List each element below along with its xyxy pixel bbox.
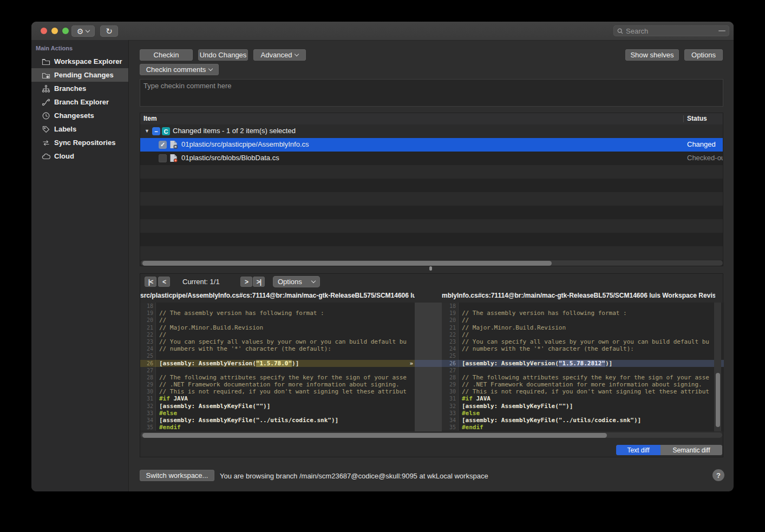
code-line: 25 (442, 352, 724, 359)
semantic-diff-button[interactable]: Semantic diff (661, 445, 722, 455)
code-text: // .NET Framework documentation for more… (459, 381, 724, 388)
code-line: 24// numbers with the '*' character (the… (140, 345, 415, 352)
code-text: // The assembly version has following fo… (156, 310, 415, 317)
line-number: 33 (442, 410, 459, 417)
table-horizontal-scrollbar[interactable] (141, 260, 723, 266)
line-number: 32 (442, 403, 459, 410)
sidebar-item-branches[interactable]: Branches (31, 82, 128, 95)
minimize-window-button[interactable] (51, 28, 58, 34)
diff-panel: |< < Current: 1/1 > >| Options src/plast… (140, 273, 723, 457)
changes-group-row[interactable]: ▼−CChanged items - 1 of 2 item(s) select… (140, 124, 723, 138)
item-column-header[interactable]: Item (143, 115, 157, 122)
disclosure-triangle-icon[interactable]: ▼ (145, 128, 149, 134)
scrollbar-thumb[interactable] (142, 261, 552, 266)
checkin-button[interactable]: Checkin (140, 49, 193, 61)
diff-horizontal-scrollbar[interactable] (141, 432, 722, 438)
file-row[interactable]: ✓01plastic/src/plasticpipe/AssemblyInfo.… (140, 138, 723, 152)
column-separator[interactable] (683, 115, 684, 122)
code-text: [assembly: AssemblyKeyFile("../utils/cod… (156, 417, 415, 424)
text-diff-button[interactable]: Text diff (616, 445, 661, 455)
changesets-icon (41, 111, 50, 120)
file-checkbox[interactable] (159, 154, 167, 162)
refresh-button[interactable]: ↻ (100, 25, 118, 37)
line-number: 26 (442, 360, 459, 367)
diff-first-button[interactable]: |< (145, 277, 156, 287)
sidebar-item-workspace-explorer[interactable]: Workspace Explorer (31, 55, 128, 68)
show-shelves-button[interactable]: Show shelves (625, 49, 679, 61)
diff-options-label: Options (278, 278, 302, 286)
status-column-header[interactable]: Status (687, 115, 707, 122)
code-line: 19// The assembly version has following … (442, 310, 724, 317)
code-line: 27 (442, 367, 724, 374)
line-number: 21 (140, 324, 156, 331)
sidebar-items: Workspace ExplorerPending ChangesBranche… (31, 55, 128, 163)
settings-menu-button[interactable]: ⚙ (71, 25, 95, 37)
options-button[interactable]: Options (684, 49, 723, 61)
splitter-handle[interactable] (429, 266, 432, 271)
code-line: 35#endif (140, 424, 415, 431)
zoom-window-button[interactable] (62, 28, 69, 34)
switch-workspace-button[interactable]: Switch workspace... (140, 470, 214, 481)
diff-prev-button[interactable]: < (158, 277, 170, 287)
code-line: 31#if JAVA (442, 395, 724, 402)
line-number: 18 (140, 303, 156, 310)
code-text: #if JAVA (459, 395, 724, 402)
advanced-dropdown[interactable]: Advanced (253, 49, 306, 61)
diff-last-button[interactable]: >| (253, 277, 265, 287)
sidebar-item-sync-repositories[interactable]: Sync Repositories (31, 136, 128, 149)
file-status: Changed (687, 140, 723, 148)
sidebar-item-labels[interactable]: Labels (31, 122, 128, 136)
undo-changes-button[interactable]: Undo Changes (198, 49, 248, 61)
code-line: 29// .NET Framework documentation for mo… (140, 381, 415, 388)
search-input[interactable]: Search (613, 25, 729, 36)
code-text (156, 352, 415, 359)
change-marker-icon: » (409, 360, 413, 367)
code-text: // numbers with the '*' character (the d… (156, 345, 415, 352)
chevron-down-icon (311, 279, 316, 283)
code-text: // The following attributes specify the … (459, 374, 724, 381)
sidebar-item-cloud[interactable]: Cloud (31, 149, 128, 163)
app-window: ⚙ ↻ Search Main Actions Workspace Explor… (31, 22, 734, 491)
code-line: 31#if JAVA (140, 395, 415, 402)
code-line: 26[assembly: AssemblyVersion("1.5.78.281… (442, 360, 724, 367)
file-icon (169, 154, 178, 162)
sidebar-item-branch-explorer[interactable]: Branch Explorer (31, 95, 128, 109)
diff-next-button[interactable]: > (240, 277, 252, 287)
sidebar-item-label: Sync Repositories (54, 139, 115, 147)
diff-change-band (415, 360, 442, 367)
close-window-button[interactable] (41, 28, 47, 34)
line-number: 31 (140, 395, 156, 402)
code-line: 20// (442, 317, 724, 324)
help-button[interactable]: ? (712, 469, 724, 481)
line-number: 22 (442, 331, 459, 338)
scrollbar-thumb[interactable] (142, 433, 607, 438)
scrollbar-thumb[interactable] (716, 373, 720, 427)
line-number: 20 (140, 317, 156, 324)
code-line: 22// (442, 331, 724, 338)
comment-placeholder: Type checkin comment here (143, 82, 232, 90)
code-text: // The assembly version has following fo… (459, 310, 724, 317)
code-line: 20// (140, 317, 415, 324)
search-placeholder: Search (626, 27, 648, 35)
code-text: [assembly: AssemblyKeyFile("")] (156, 403, 415, 410)
diff-right-pane[interactable]: 1819// The assembly version has followin… (442, 303, 724, 431)
group-checkbox[interactable]: − (152, 127, 160, 135)
code-line: 32[assembly: AssemblyKeyFile("")] (442, 403, 724, 410)
diff-options-dropdown[interactable]: Options (273, 276, 320, 287)
branches-icon (41, 84, 50, 93)
code-line: 25 (140, 352, 415, 359)
diff-left-pane[interactable]: 1819// The assembly version has followin… (140, 303, 415, 431)
changes-group-label: Changed items - 1 of 2 item(s) selected (173, 127, 296, 135)
diff-vertical-scrollbar[interactable] (714, 303, 721, 431)
sidebar-item-changesets[interactable]: Changesets (31, 109, 128, 122)
search-icon (617, 28, 623, 34)
line-number: 22 (140, 331, 156, 338)
file-row[interactable]: 01plastic/src/blobs/BlobData.csChecked-o… (140, 152, 723, 165)
workspace-explorer-icon (41, 57, 50, 66)
file-checkbox[interactable]: ✓ (159, 141, 167, 149)
checkin-comments-dropdown[interactable]: Checkin comments (140, 64, 219, 75)
empty-row (140, 179, 723, 192)
file-path: 01plastic/src/plasticpipe/AssemblyInfo.c… (181, 140, 309, 148)
checkin-comment-textarea[interactable]: Type checkin comment here (140, 79, 723, 107)
sidebar-item-pending-changes[interactable]: Pending Changes (31, 68, 128, 82)
